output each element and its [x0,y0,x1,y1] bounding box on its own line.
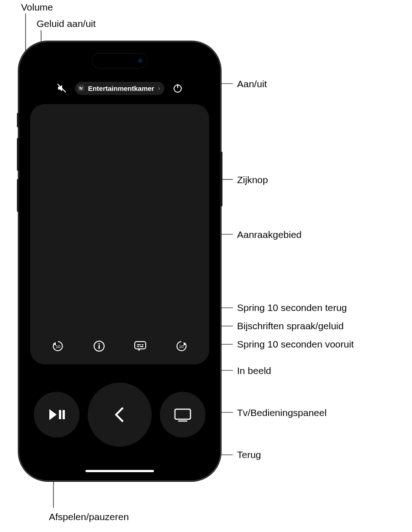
svg-point-6 [98,343,100,344]
captions-icon [133,340,147,352]
callout-side-button: Zijknop [237,174,268,185]
device-name: Entertainmentkamer [88,84,154,92]
power-icon [172,83,183,94]
primary-button-row [22,383,217,447]
power-button[interactable] [171,81,185,95]
svg-marker-16 [49,409,57,420]
front-camera [138,58,143,63]
volume-down-button[interactable] [17,179,19,212]
skip-forward-10-button[interactable]: 10 [173,338,190,354]
mute-button[interactable] [55,81,69,95]
svg-marker-9 [138,349,141,351]
callout-skip-back: Spring 10 seconden terug [237,302,347,313]
callout-captions: Bijschriften spraak/geluid [237,321,343,332]
iphone-frame: tv Entertainmentkamer › [18,41,221,481]
chevron-left-icon [111,406,129,424]
svg-rect-7 [99,345,100,349]
device-selector[interactable]: tv Entertainmentkamer › [75,82,165,95]
tv-control-center-button[interactable] [160,392,206,437]
skip-forward-10-icon: 10 [174,339,188,353]
media-shortcut-row: 10 [30,338,209,354]
svg-rect-18 [63,410,65,419]
touch-surface[interactable]: 10 [30,104,209,364]
side-button[interactable] [220,152,222,206]
callout-now-playing: In beeld [237,365,271,376]
captions-button[interactable] [132,338,148,354]
callout-power: Aan/uit [237,79,267,90]
callout-tv-panel: Tv/Bedieningspaneel [237,407,327,418]
play-pause-icon [47,406,67,423]
callout-touch-area: Aanraakgebied [237,229,301,240]
skip-back-10-button[interactable]: 10 [50,338,66,354]
speaker-slash-icon [56,83,67,94]
remote-top-bar: tv Entertainmentkamer › [22,81,217,95]
svg-text:10: 10 [179,344,184,349]
svg-text:10: 10 [56,344,60,349]
info-button[interactable] [91,338,107,354]
dynamic-island [92,53,148,68]
apple-tv-badge: tv [78,85,85,91]
svg-rect-19 [175,409,190,419]
callout-volume: Volume [21,2,53,13]
back-button[interactable] [88,383,152,447]
home-indicator[interactable] [85,470,154,472]
screen: tv Entertainmentkamer › [22,45,217,478]
callout-mute: Geluid aan/uit [37,18,96,29]
svg-rect-17 [59,410,61,419]
callout-play-pause: Afspelen/pauzeren [49,511,129,522]
info-icon [93,340,106,353]
callout-back: Terug [237,449,261,460]
play-pause-button[interactable] [34,392,79,437]
tv-icon [172,406,193,423]
volume-up-button[interactable] [17,138,19,171]
diagram-stage: Volume Geluid aan/uit Aan/uit Zijknop Aa… [0,0,412,532]
ringer-switch[interactable] [17,113,19,127]
chevron-right-icon: › [158,84,160,92]
callout-skip-fwd: Spring 10 seconden vooruit [237,339,354,350]
skip-back-10-icon: 10 [51,339,65,353]
